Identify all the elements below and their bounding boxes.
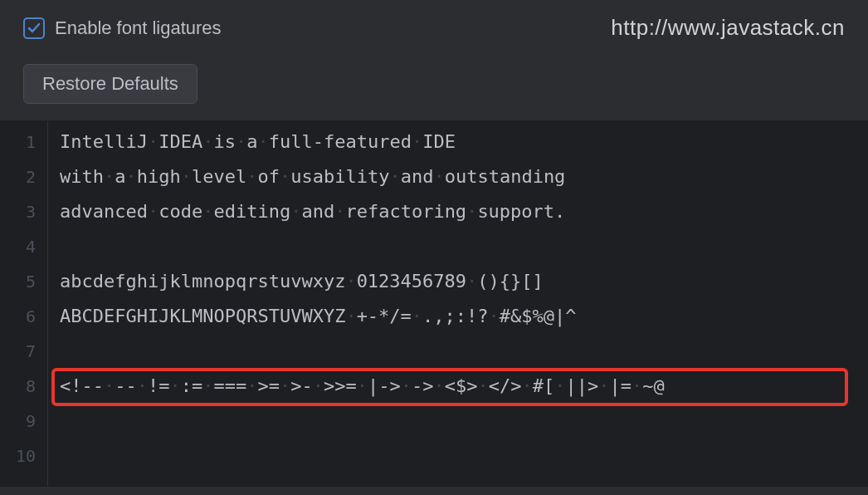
line-number: 6 (8, 299, 36, 334)
code-line: IntelliJ·IDEA·is·a·full-featured·IDE (60, 125, 856, 159)
line-number: 4 (8, 229, 36, 264)
line-number: 5 (8, 264, 36, 299)
line-number: 10 (8, 439, 36, 473)
restore-defaults-button[interactable]: Restore Defaults (23, 64, 197, 104)
ligatures-checkbox-wrap: Enable font ligatures (23, 17, 222, 39)
line-number: 7 (8, 334, 36, 369)
line-number: 1 (8, 125, 36, 159)
line-number: 3 (8, 194, 36, 229)
line-number: 9 (8, 404, 36, 439)
line-number: 8 (8, 369, 36, 404)
code-area: IntelliJ·IDEA·is·a·full-featured·IDEwith… (48, 121, 868, 487)
code-line: ABCDEFGHIJKLMNOPQRSTUVWXYZ·+-*/=·.,;:!?·… (60, 299, 856, 334)
watermark-url: http://www.javastack.cn (611, 15, 845, 41)
code-line: <!--·--·!=·:=·===·>=·>-·>>=·|->·->·<$>·<… (60, 369, 856, 404)
line-number-gutter: 12345678910 (0, 121, 48, 487)
settings-header: Enable font ligatures http://www.javasta… (0, 0, 868, 121)
font-preview-editor: 12345678910 IntelliJ·IDEA·is·a·full-feat… (0, 121, 868, 487)
header-row: Enable font ligatures http://www.javasta… (23, 15, 845, 41)
code-line: abcdefghijklmnopqrstuvwxyz·0123456789·()… (60, 264, 856, 299)
ligatures-checkbox[interactable] (23, 17, 45, 39)
code-line: advanced·code·editing·and·refactoring·su… (60, 194, 856, 229)
code-line: with·a·high·level·of·usability·and·outst… (60, 159, 856, 194)
ligatures-checkbox-label: Enable font ligatures (55, 17, 222, 39)
line-number: 2 (8, 159, 36, 194)
code-line (60, 229, 856, 264)
checkmark-icon (27, 22, 41, 35)
code-line (60, 334, 856, 369)
code-line (60, 439, 856, 473)
code-line (60, 404, 856, 439)
